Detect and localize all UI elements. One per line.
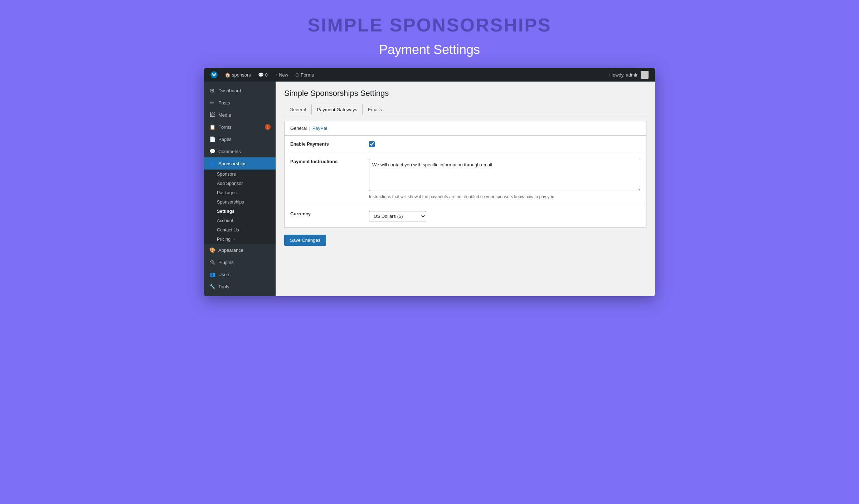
site-name-label: sponsors (232, 72, 251, 78)
forms-badge: 1 (265, 124, 271, 130)
sidebar-pages-label: Pages (218, 137, 271, 142)
forms-button[interactable]: ⬡ Forms (292, 68, 317, 82)
sidebar-tools-label: Tools (218, 284, 271, 289)
sidebar-users-label: Users (218, 272, 271, 277)
payment-instructions-description: Instructions that will show if the payme… (369, 194, 640, 199)
admin-bar: W 🏠 sponsors 💬 0 + New ⬡ Forms Howdy, ad… (204, 68, 655, 82)
tab-general[interactable]: General (284, 104, 311, 115)
admin-bar-right: Howdy, admin (606, 71, 652, 79)
settings-section: General | PayPal Enable Payments (284, 121, 646, 227)
pages-icon: 📄 (209, 136, 215, 142)
comments-count: 0 (265, 72, 268, 78)
sidebar: ⊞ Dashboard ✏ Posts 🖼 Media 📋 Forms 1 📄 … (204, 82, 276, 296)
submenu-item-settings[interactable]: Settings (204, 207, 276, 216)
wp-admin-wrapper: W 🏠 sponsors 💬 0 + New ⬡ Forms Howdy, ad… (204, 68, 655, 296)
sidebar-item-pages[interactable]: 📄 Pages (204, 133, 276, 145)
sidebar-forms-label: Forms (218, 124, 262, 130)
sidebar-item-users[interactable]: 👥 Users (204, 268, 276, 280)
comments-button[interactable]: 💬 0 (254, 68, 271, 82)
general-section-label: General (290, 126, 307, 131)
sidebar-sponsorships-label: Sponsorships (218, 161, 271, 166)
payment-instructions-textarea[interactable] (369, 159, 640, 191)
submenu-item-pricing[interactable]: Pricing → (204, 235, 276, 244)
wp-logo-button[interactable]: W (207, 68, 221, 82)
enable-payments-checkbox[interactable] (369, 141, 375, 147)
submenu-item-packages[interactable]: Packages (204, 188, 276, 197)
dashboard-icon: ⊞ (209, 87, 215, 94)
submenu-item-add-sponsor[interactable]: Add Sponsor (204, 179, 276, 188)
sidebar-item-posts[interactable]: ✏ Posts (204, 97, 276, 109)
site-name-button[interactable]: 🏠 sponsors (221, 68, 254, 82)
sidebar-item-tools[interactable]: 🔧 Tools (204, 280, 276, 293)
forms-nav-icon: 📋 (209, 124, 215, 130)
sponsorships-icon: 👤 (209, 160, 215, 167)
wp-logo-icon: W (210, 71, 218, 78)
settings-section-header: General | PayPal (285, 121, 646, 136)
tabs-container: General Payment Gateways Emails (284, 104, 646, 115)
new-button[interactable]: + New (271, 68, 292, 82)
sidebar-item-sponsorships[interactable]: 👤 Sponsorships (204, 157, 276, 170)
appearance-icon: 🎨 (209, 247, 215, 253)
sidebar-item-dashboard[interactable]: ⊞ Dashboard (204, 84, 276, 97)
sidebar-item-comments[interactable]: 💬 Comments (204, 145, 276, 157)
tab-emails[interactable]: Emails (363, 104, 387, 115)
paypal-link[interactable]: PayPal (312, 126, 327, 131)
plugins-icon: 🔌 (209, 259, 215, 265)
enable-payments-row: Enable Payments (285, 136, 646, 153)
sponsorships-submenu: Sponsors Add Sponsor Packages Sponsorshi… (204, 170, 276, 244)
currency-label: Currency (290, 211, 311, 216)
page-title-bar: Simple Sponsorships Settings (284, 89, 646, 98)
posts-icon: ✏ (209, 99, 215, 106)
sidebar-posts-label: Posts (218, 100, 271, 106)
hero-subtitle: Payment Settings (7, 42, 852, 57)
sidebar-dashboard-label: Dashboard (218, 88, 271, 93)
new-label: + New (275, 72, 288, 78)
currency-select[interactable]: US Dollars ($) Euros (€) British Pounds … (369, 211, 426, 221)
submenu-item-sponsors[interactable]: Sponsors (204, 170, 276, 179)
howdy-label: Howdy, admin (610, 72, 639, 78)
forms-icon: ⬡ (295, 72, 299, 78)
sidebar-item-media[interactable]: 🖼 Media (204, 109, 276, 121)
home-icon: 🏠 (225, 72, 230, 78)
submenu-item-account[interactable]: Account (204, 216, 276, 225)
hero-title: SIMPLE SPONSORSHIPS (7, 14, 852, 36)
forms-label: Forms (301, 72, 314, 78)
sidebar-media-label: Media (218, 112, 271, 118)
media-icon: 🖼 (209, 112, 215, 118)
wp-main-layout: ⊞ Dashboard ✏ Posts 🖼 Media 📋 Forms 1 📄 … (204, 82, 655, 296)
admin-avatar (641, 71, 649, 79)
payment-instructions-label: Payment Instructions (290, 159, 338, 164)
tab-payment-gateways[interactable]: Payment Gateways (311, 104, 363, 115)
content-area: Simple Sponsorships Settings General Pay… (276, 82, 655, 296)
section-divider: | (309, 126, 310, 131)
sidebar-item-appearance[interactable]: 🎨 Appearance (204, 244, 276, 256)
comment-icon: 💬 (258, 72, 264, 78)
sidebar-item-plugins[interactable]: 🔌 Plugins (204, 256, 276, 268)
submenu-item-contact-us[interactable]: Contact Us (204, 225, 276, 235)
enable-payments-label: Enable Payments (290, 141, 329, 147)
enable-payments-field (369, 141, 640, 147)
pricing-label: Pricing (217, 237, 230, 242)
sidebar-comments-label: Comments (218, 149, 271, 154)
payment-instructions-row: Payment Instructions Instructions that w… (285, 153, 646, 205)
comments-nav-icon: 💬 (209, 148, 215, 155)
sidebar-item-forms[interactable]: 📋 Forms 1 (204, 121, 276, 133)
hero-section: SIMPLE SPONSORSHIPS Payment Settings (0, 0, 859, 68)
form-table: Enable Payments Payment Instructions Ins… (285, 136, 646, 227)
currency-row: Currency US Dollars ($) Euros (€) Britis… (285, 205, 646, 227)
save-changes-button[interactable]: Save Changes (284, 235, 326, 246)
tools-icon: 🔧 (209, 283, 215, 290)
sidebar-appearance-label: Appearance (218, 248, 271, 253)
pricing-arrow-icon: → (232, 238, 236, 241)
page-heading: Simple Sponsorships Settings (284, 89, 646, 98)
users-icon: 👥 (209, 271, 215, 278)
submenu-item-sponsorships[interactable]: Sponsorships (204, 197, 276, 207)
sidebar-plugins-label: Plugins (218, 260, 271, 265)
